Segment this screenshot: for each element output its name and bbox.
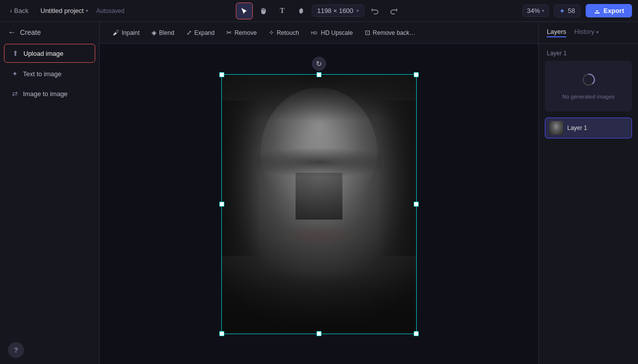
inpaint-icon: 🖌 xyxy=(113,29,119,36)
blend-button[interactable]: ◈ Blend xyxy=(147,26,179,39)
tab-layers[interactable]: Layers xyxy=(547,28,566,37)
expand-icon: ⤢ xyxy=(186,29,192,36)
export-button[interactable]: Export xyxy=(586,4,632,17)
handle-bottom-mid[interactable] xyxy=(317,331,321,336)
upscale-button[interactable]: HD HD Upscale xyxy=(306,27,358,39)
select-tool-button[interactable] xyxy=(236,2,253,19)
upload-icon: ⬆ xyxy=(12,49,18,57)
credits-value: 58 xyxy=(568,7,575,14)
no-images-text: No generated images xyxy=(553,94,624,100)
retouch-button[interactable]: ✧ Retouch xyxy=(264,26,304,39)
export-icon xyxy=(594,7,601,14)
sidebar-header: ← Create xyxy=(0,22,99,43)
canvas-area: 🖌 Inpaint ◈ Blend ⤢ Expand ✂ Remove ✧ Re… xyxy=(100,22,538,364)
dimensions-chevron-icon: ▾ xyxy=(356,8,359,13)
refresh-button[interactable]: ↻ xyxy=(312,57,326,71)
topbar-right: 34% ▾ ✦ 58 Export xyxy=(522,4,632,17)
remove-bg-icon: ⊡ xyxy=(365,29,370,36)
layer-title: Layer 1 xyxy=(545,50,632,57)
no-images-area: No generated images xyxy=(545,61,632,112)
retouch-icon: ✧ xyxy=(269,29,274,36)
remove-button[interactable]: ✂ Remove xyxy=(221,26,262,39)
text-tool-button[interactable]: T xyxy=(274,2,291,19)
dimensions-display[interactable]: 1198 × 1600 ▾ xyxy=(312,4,364,17)
sidebar-item-image-to-image[interactable]: ⇄ Image to image xyxy=(4,85,95,103)
zoom-value: 34% xyxy=(527,7,540,14)
sidebar-item-text-to-image-label: Text to image xyxy=(23,70,61,78)
sidebar-item-image-to-image-label: Image to image xyxy=(23,90,68,98)
handle-top-mid[interactable] xyxy=(317,72,321,77)
hand-tool-button[interactable] xyxy=(255,2,272,19)
handle-top-right[interactable] xyxy=(414,72,419,77)
toolbar-strip: 🖌 Inpaint ◈ Blend ⤢ Expand ✂ Remove ✧ Re… xyxy=(100,22,538,44)
create-back-icon: ← xyxy=(8,28,16,37)
image-to-image-icon: ⇄ xyxy=(12,90,18,98)
star-icon: ✦ xyxy=(559,7,565,15)
sidebar-title: Create xyxy=(20,28,41,36)
back-button[interactable]: ‹ Back xyxy=(6,5,32,16)
history-chevron-icon: ▾ xyxy=(596,29,599,35)
main-layout: ← Create ⬆ Upload image ✦ Text to image … xyxy=(0,22,638,364)
hd-badge: HD xyxy=(311,30,318,35)
project-chevron-icon: ▾ xyxy=(86,8,88,13)
spinner-icon xyxy=(553,73,624,90)
project-name[interactable]: Untitled project ▾ xyxy=(36,5,92,16)
zoom-chevron-icon: ▾ xyxy=(542,8,544,13)
zoom-control[interactable]: 34% ▾ xyxy=(522,4,549,17)
text-to-image-icon: ✦ xyxy=(12,70,18,78)
layer-item-label: Layer 1 xyxy=(567,124,587,131)
sidebar-item-upload-image[interactable]: ⬆ Upload image xyxy=(4,44,95,63)
layer-item[interactable]: Layer 1 xyxy=(545,118,632,138)
topbar-center-tools: T 1198 × 1600 ▾ xyxy=(236,2,402,19)
inpaint-button[interactable]: 🖌 Inpaint xyxy=(108,26,145,39)
help-button[interactable]: ? xyxy=(8,342,24,358)
sidebar-item-upload-label: Upload image xyxy=(23,50,63,57)
sidebar-item-text-to-image[interactable]: ✦ Text to image xyxy=(4,65,95,83)
link-tool-button[interactable] xyxy=(293,2,310,19)
face-detail-overlay xyxy=(222,75,416,334)
handle-mid-right[interactable] xyxy=(414,202,419,207)
canvas-viewport[interactable]: ↻ xyxy=(100,44,538,364)
credits-badge: ✦ 58 xyxy=(554,4,580,17)
remove-bg-button[interactable]: ⊡ Remove back… xyxy=(360,26,420,39)
handle-bottom-left[interactable] xyxy=(219,331,224,336)
right-panel-header: Layers History ▾ xyxy=(539,22,638,44)
layer-thumbnail xyxy=(549,121,563,135)
dimensions-value: 1198 × 1600 xyxy=(317,7,353,14)
layers-section: Layer 1 No generated images Layer 1 xyxy=(539,44,638,144)
canvas-image-container[interactable]: ↻ xyxy=(221,74,417,334)
canvas-image xyxy=(222,75,416,334)
left-sidebar: ← Create ⬆ Upload image ✦ Text to image … xyxy=(0,22,100,364)
autosaved-status: Autosaved xyxy=(96,7,125,14)
redo-button[interactable] xyxy=(385,2,402,19)
right-panel: Layers History ▾ Layer 1 No generated im… xyxy=(538,22,638,364)
undo-button[interactable] xyxy=(366,2,383,19)
back-chevron-icon: ‹ xyxy=(10,7,12,14)
panel-tabs: Layers History ▾ xyxy=(547,28,599,37)
handle-bottom-right[interactable] xyxy=(414,331,419,336)
back-label: Back xyxy=(14,7,28,14)
topbar: ‹ Back Untitled project ▾ Autosaved T 11… xyxy=(0,0,638,22)
sidebar-footer: ? xyxy=(0,336,99,364)
blend-icon: ◈ xyxy=(152,29,157,36)
remove-icon: ✂ xyxy=(226,29,232,36)
tab-history[interactable]: History ▾ xyxy=(574,28,599,37)
canvas-inner: ↻ xyxy=(221,74,417,334)
handle-top-left[interactable] xyxy=(219,72,224,77)
handle-mid-left[interactable] xyxy=(219,202,224,207)
expand-button[interactable]: ⤢ Expand xyxy=(181,26,220,39)
